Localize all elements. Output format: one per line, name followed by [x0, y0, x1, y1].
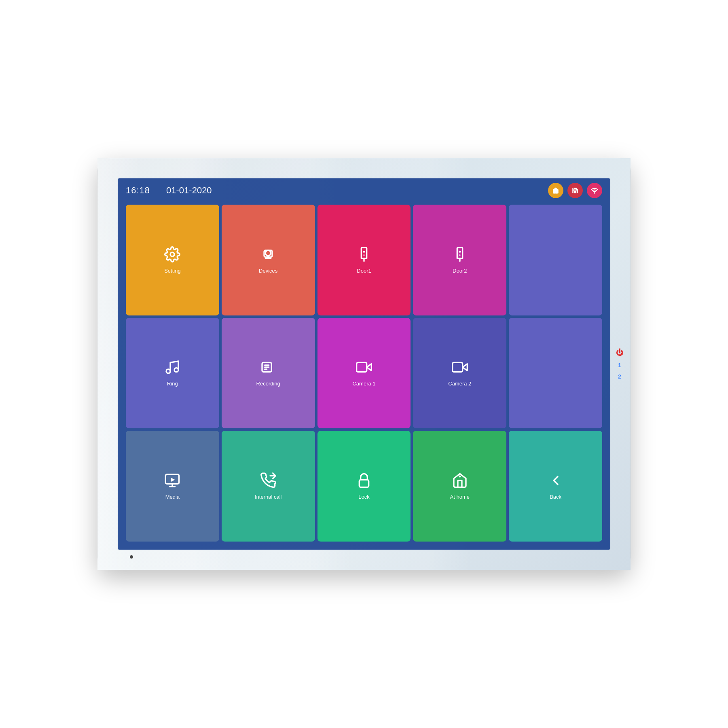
tile-door1[interactable]: Door1: [317, 205, 411, 315]
home-icon: [452, 472, 468, 491]
svg-point-15: [174, 368, 178, 372]
tile-camera1-label: Camera 1: [352, 381, 375, 387]
button-1[interactable]: 1: [618, 362, 621, 368]
tile-back-label: Back: [550, 494, 561, 500]
button-2[interactable]: 2: [618, 373, 621, 380]
lock-icon: [356, 472, 372, 491]
tile-ring[interactable]: Ring: [126, 318, 219, 429]
side-buttons: ⏻ 1 2: [616, 349, 623, 380]
svg-rect-4: [361, 248, 366, 258]
tile-ring-label: Ring: [167, 381, 178, 387]
svg-rect-27: [359, 480, 368, 487]
phone-icon: [260, 472, 276, 491]
doorbell2-icon: [452, 246, 468, 265]
tile-devices[interactable]: Devices: [222, 205, 315, 315]
tile-internal-call-label: Internal call: [255, 494, 281, 500]
svg-point-1: [170, 252, 174, 256]
svg-rect-9: [457, 248, 462, 258]
camera2-icon: [452, 359, 468, 377]
back-icon: [548, 472, 564, 491]
wifi-status-button[interactable]: [587, 183, 602, 198]
camera-dot: [130, 555, 133, 559]
tile-camera2[interactable]: Camera 2: [413, 318, 506, 429]
svg-point-5: [363, 251, 365, 253]
svg-point-10: [459, 251, 461, 253]
tile-devices-label: Devices: [259, 268, 277, 274]
svg-point-14: [166, 369, 170, 373]
tile-media-label: Media: [165, 494, 180, 500]
svg-point-6: [363, 254, 364, 256]
date-display: 01-01-2020: [166, 185, 212, 196]
tile-empty1: [509, 205, 602, 315]
tile-empty2: [509, 318, 602, 429]
tile-internal-call[interactable]: Internal call: [222, 431, 315, 542]
svg-point-2: [266, 250, 271, 256]
doorbell1-icon: [356, 246, 372, 265]
device-frame: 16:18 01-01-2020: [97, 158, 631, 570]
tile-at-home-label: At home: [450, 494, 470, 500]
power-button[interactable]: ⏻: [616, 349, 623, 357]
tile-lock[interactable]: Lock: [317, 431, 411, 542]
tile-setting-label: Setting: [164, 268, 180, 274]
recording-icon: [260, 359, 276, 377]
gear-icon: [164, 246, 180, 265]
media-icon: [164, 472, 180, 491]
svg-rect-20: [357, 363, 367, 372]
tile-door2[interactable]: Door2: [413, 205, 506, 315]
status-bar: 16:18 01-01-2020: [118, 178, 610, 203]
tile-recording-label: Recording: [256, 381, 280, 387]
svg-point-28: [459, 476, 461, 478]
camera1-icon: [356, 359, 372, 377]
tile-back[interactable]: Back: [509, 431, 602, 542]
screen: 16:18 01-01-2020: [118, 178, 610, 550]
svg-marker-23: [171, 478, 175, 482]
time-display: 16:18: [126, 185, 150, 196]
tile-door2-label: Door2: [453, 268, 467, 274]
tile-at-home[interactable]: At home: [413, 431, 506, 542]
svg-rect-21: [452, 363, 462, 372]
tile-door1-label: Door1: [357, 268, 371, 274]
tile-setting[interactable]: Setting: [126, 205, 219, 315]
webcam-icon: [260, 246, 276, 265]
svg-point-0: [594, 193, 595, 193]
home-status-button[interactable]: [548, 183, 563, 198]
save-status-button[interactable]: [567, 183, 583, 198]
tile-recording[interactable]: Recording: [222, 318, 315, 429]
status-icons: [548, 183, 602, 198]
svg-point-11: [459, 254, 460, 256]
tile-camera2-label: Camera 2: [448, 381, 471, 387]
tile-camera1[interactable]: Camera 1: [317, 318, 411, 429]
tile-media[interactable]: Media: [126, 431, 219, 542]
tile-grid: Setting Devices: [126, 205, 602, 542]
music-icon: [164, 359, 180, 377]
tile-lock-label: Lock: [358, 494, 369, 500]
